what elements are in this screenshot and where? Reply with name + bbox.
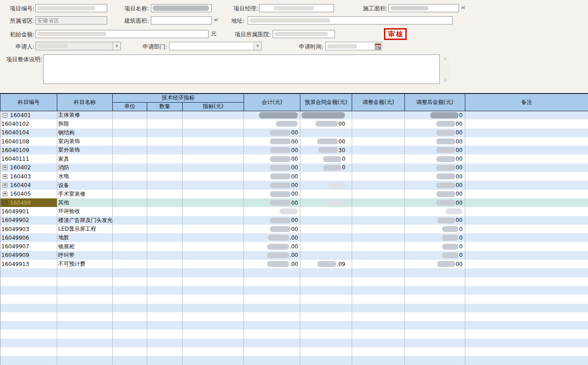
subject-code: 160404 [10,182,31,188]
empty-cell [244,286,300,295]
page: 项目编号: 项目名称: 项目经理: 施工面积: ㎡ 所属省区: 安徽省区 建筑面… [0,0,588,365]
remark-cell [465,190,588,198]
applicant-select[interactable]: ▼ [35,42,121,50]
apply-time-input[interactable] [325,42,382,50]
remark-cell [465,154,588,163]
calendar-icon[interactable] [374,42,382,50]
subject-code-cell: 16049907 [0,242,57,251]
indicator-cell [183,190,244,198]
project-name-input[interactable] [151,4,212,12]
subject-code: 160403 [10,173,31,180]
money-cell: 0 [405,251,465,260]
table-row[interactable]: 16040109室外装饰003000 [0,146,588,154]
money-cell: 00 [405,137,465,146]
hospital-input[interactable] [273,30,335,38]
textarea-scrollbar[interactable]: ∧ ∨ [442,55,449,83]
scroll-up-icon[interactable]: ∧ [444,56,447,61]
construction-area-input[interactable] [389,4,459,12]
empty-cell [113,347,147,356]
apply-dept-select[interactable]: ▼ [169,42,262,50]
chevron-down-icon[interactable]: ▼ [113,42,120,50]
table-row[interactable]: 16049909呼叫带.000 [0,251,588,260]
table-row[interactable]: 16040108室内装饰000000 [0,137,588,146]
empty-row [0,304,588,312]
subject-code-cell: 16040111 [0,154,57,163]
empty-cell [352,339,405,347]
empty-cell [57,312,113,321]
overall-desc-textarea[interactable] [43,54,440,84]
scroll-down-icon[interactable]: ∨ [444,78,447,82]
subject-name-cell: 设备 [57,181,113,189]
col-header-tech-econ-group: 技术经济指标 [113,94,244,102]
empty-cell [465,356,588,365]
table-row[interactable]: +160405手术室装修0000 [0,190,588,198]
remark-cell [465,111,588,119]
grid-header: 科目编号 科目名称 技术经济指标 合计(元) 预算合同金额(元) 调整金额(元)… [0,94,588,111]
empty-cell [113,277,147,286]
indicator-cell [183,242,244,251]
subject-code-cell: −160401 [0,111,57,119]
redacted-value [329,182,345,188]
tree-expand-icon[interactable]: + [3,174,7,179]
money-cell [405,207,465,216]
table-row[interactable]: −160499其他0000 [0,198,588,207]
visible-amount-fragment: 00 [456,261,463,267]
tree-expand-icon[interactable]: + [3,165,7,170]
subject-code: 16049903 [1,226,29,232]
col-header-remark: 备注 [465,94,588,111]
table-row[interactable]: 16040104钢结构0000 [0,128,588,137]
visible-amount-fragment: .00 [289,243,298,250]
redacted-value [442,244,458,250]
address-input[interactable] [248,16,453,25]
tree-collapse-icon[interactable]: − [3,113,7,118]
empty-cell [300,356,352,365]
table-row[interactable]: +160403水电0000 [0,172,588,181]
money-cell [352,225,405,233]
subject-code-cell: 16040102 [0,119,57,128]
empty-cell [147,330,183,338]
building-area-input[interactable] [151,16,212,25]
money-cell [352,111,405,119]
empty-cell [300,268,352,277]
province-input[interactable]: 安徽省区 [35,16,107,25]
empty-cell [183,347,244,356]
project-no-input[interactable] [35,4,107,12]
tree-expand-icon[interactable]: + [3,183,7,187]
project-manager-input[interactable] [259,4,334,12]
visible-amount-fragment: .00 [289,252,298,258]
project-manager-label: 项目经理: [226,5,258,12]
empty-cell [57,304,113,312]
chevron-down-icon[interactable]: ▼ [254,42,261,50]
table-row[interactable]: −160401主体装修0 [0,111,588,119]
tree-collapse-icon[interactable]: − [3,201,7,205]
col-header-subject-code: 科目编号 [0,94,57,111]
table-row[interactable]: +160402消防00000 [0,163,588,172]
table-row[interactable]: 16049902楼顶广告牌及门头发光0000 [0,216,588,225]
tree-expand-icon[interactable]: + [3,192,7,196]
table-row[interactable]: 16049906地胶.000 [0,233,588,242]
money-cell: 0 [405,111,465,119]
redacted-value [270,200,291,206]
empty-cell [300,277,352,286]
audit-stamp-button[interactable]: 审核 [384,28,407,40]
empty-cell [57,356,113,365]
indicator-cell [183,181,244,189]
table-row[interactable]: 16040111家具00000 [0,154,588,163]
empty-cell [244,339,300,347]
remark-cell [465,207,588,216]
table-row[interactable]: 16049903LED显示屏工程000 [0,225,588,233]
table-row[interactable]: 16049913不可预计费.00.0900 [0,260,588,268]
remark-cell [465,146,588,154]
table-row[interactable]: 16049901环评验收 [0,207,588,216]
empty-cell [244,312,300,321]
visible-amount-fragment: 00 [291,147,298,153]
table-row[interactable]: 16049907镜展柜.000 [0,242,588,251]
table-row[interactable]: +160404设备0000 [0,181,588,189]
empty-cell [465,312,588,321]
initial-amount-input[interactable] [35,30,209,38]
visible-amount-fragment: .09 [337,261,345,267]
empty-cell [147,268,183,277]
empty-cell [0,286,57,295]
table-row[interactable]: 16040102拆除0000 [0,119,588,128]
subject-code-cell: 16049902 [0,216,57,225]
